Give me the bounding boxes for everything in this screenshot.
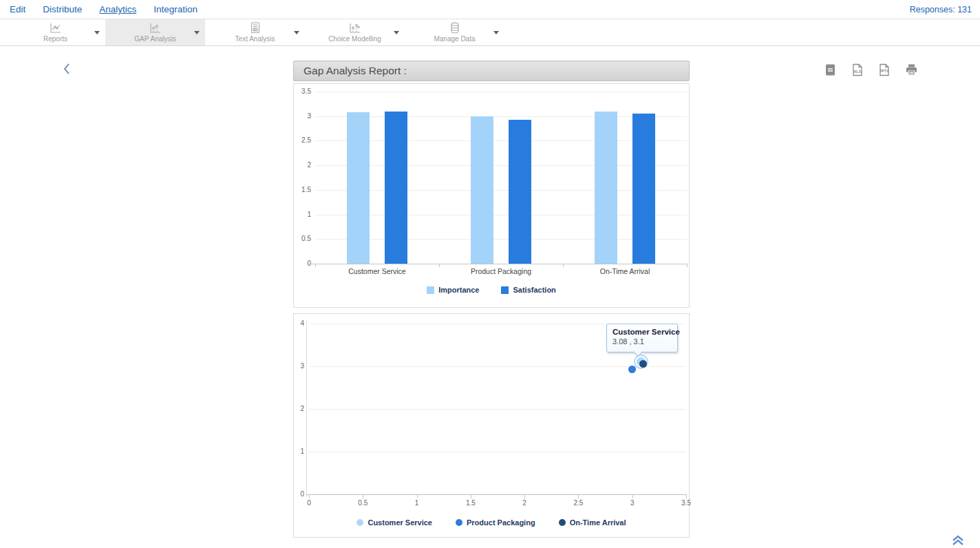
- legend-item-product-packaging[interactable]: Product Packaging: [456, 518, 535, 527]
- svg-text:XLS: XLS: [853, 70, 862, 74]
- tab-label: Reports: [43, 35, 67, 43]
- y-axis-tick-label: 2.5: [294, 136, 311, 144]
- export-doc-icon[interactable]: [824, 63, 838, 76]
- tab-label: Manage Data: [434, 35, 475, 43]
- legend-label: Customer Service: [368, 518, 432, 527]
- tooltip-value: 3.08 , 3.1: [612, 337, 672, 346]
- gap-analysis-page: Edit Distribute Analytics Integration Re…: [0, 0, 980, 548]
- legend-swatch: [356, 519, 363, 526]
- top-nav: Edit Distribute Analytics Integration Re…: [0, 0, 980, 19]
- bar-satisfaction-2[interactable]: [632, 114, 655, 264]
- legend-item-customer-service[interactable]: Customer Service: [356, 518, 432, 527]
- back-chevron-icon[interactable]: [62, 62, 74, 76]
- legend-swatch: [456, 519, 462, 526]
- nav-item-distribute[interactable]: Distribute: [43, 4, 82, 14]
- y-axis-tick-label: 3.5: [294, 87, 311, 95]
- point-tooltip: Customer Service 3.08 , 3.1: [606, 324, 678, 352]
- page-title: Gap Analysis Report :: [303, 65, 407, 77]
- y-axis-tick-label: 0: [294, 490, 304, 498]
- bar-importance-2[interactable]: [595, 112, 617, 264]
- tab-reports[interactable]: Reports: [6, 19, 105, 45]
- tab-manage-data[interactable]: Manage Data: [405, 19, 504, 45]
- y-axis-tick-label: 2: [294, 161, 311, 169]
- responses-count[interactable]: Responses: 131: [910, 5, 972, 14]
- axis-tick: [578, 494, 579, 498]
- export-toolbar: XLS PPTX: [824, 63, 918, 76]
- y-axis-tick-label: 3: [294, 362, 304, 370]
- gridline: [315, 92, 687, 92]
- svg-text:PPTX: PPTX: [880, 69, 889, 73]
- gridline: [309, 409, 686, 410]
- gridline: [315, 116, 687, 117]
- bar-satisfaction-0[interactable]: [385, 112, 407, 264]
- y-axis-tick-label: 0.5: [294, 235, 311, 242]
- gridline: [309, 452, 686, 452]
- line-chart-icon: [50, 22, 62, 34]
- bar-satisfaction-1[interactable]: [509, 120, 531, 264]
- document-chart-icon: [250, 22, 261, 34]
- y-axis-line: [306, 321, 307, 497]
- bar-chart-panel: 00.511.522.533.5Customer ServiceProduct …: [293, 83, 690, 308]
- y-axis-tick-label: 4: [294, 319, 304, 327]
- axis-tick: [309, 494, 310, 498]
- gridline: [315, 165, 687, 166]
- tab-text-analysis[interactable]: Text Analysis: [205, 19, 305, 45]
- export-pptx-icon[interactable]: PPTX: [878, 63, 891, 76]
- legend-item-importance[interactable]: Importance: [427, 286, 479, 294]
- x-axis-tick-label: 2: [514, 499, 535, 507]
- axis-tick: [686, 494, 687, 498]
- gridline: [315, 140, 687, 141]
- tab-label: Text Analysis: [235, 35, 275, 43]
- chevron-down-icon[interactable]: [493, 31, 499, 34]
- axis-tick: [632, 494, 633, 498]
- axis-tick: [315, 264, 316, 267]
- x-axis-tick-label: 1.5: [460, 499, 481, 507]
- x-axis-tick-label: 2.5: [568, 499, 588, 507]
- scroll-to-top-icon[interactable]: [951, 533, 966, 548]
- bar-chart-legend: ImportanceSatisfaction: [294, 286, 689, 294]
- analytics-toolbar: Reports GAP Analysis Text Analysis Choic…: [0, 19, 980, 46]
- category-label: On-Time Arrival: [566, 267, 683, 275]
- legend-swatch: [501, 286, 509, 294]
- x-axis-tick-label: 3.5: [676, 499, 696, 507]
- gridline: [315, 215, 687, 215]
- nav-item-edit[interactable]: Edit: [10, 4, 25, 14]
- export-xls-icon[interactable]: XLS: [851, 63, 864, 76]
- gap-chart-icon: [149, 22, 162, 34]
- scatter-point-product-packaging[interactable]: [628, 366, 636, 373]
- scatter-chart-panel: Customer Service 3.08 , 3.1 0123400.511.…: [293, 313, 690, 538]
- legend-label: On-Time Arrival: [570, 518, 626, 527]
- axis-tick: [687, 264, 688, 267]
- legend-label: Product Packaging: [467, 518, 535, 527]
- axis-tick: [363, 494, 363, 498]
- legend-item-on-time-arrival[interactable]: On-Time Arrival: [559, 518, 626, 527]
- tab-choice-modelling[interactable]: Choice Modelling: [305, 19, 405, 45]
- tab-gap-analysis[interactable]: GAP Analysis: [105, 19, 205, 45]
- scatter-chart-legend: Customer ServiceProduct PackagingOn-Time…: [294, 518, 689, 527]
- chevron-down-icon[interactable]: [294, 31, 299, 34]
- legend-item-satisfaction[interactable]: Satisfaction: [501, 286, 555, 294]
- x-axis-line: [308, 264, 687, 264]
- chevron-down-icon[interactable]: [394, 31, 399, 34]
- tab-label: Choice Modelling: [328, 35, 381, 43]
- category-label: Product Packaging: [443, 267, 560, 275]
- chevron-down-icon[interactable]: [194, 31, 200, 34]
- scatter-chart-icon: [349, 22, 361, 34]
- bar-importance-1[interactable]: [471, 116, 493, 264]
- legend-swatch: [559, 519, 566, 526]
- nav-item-analytics[interactable]: Analytics: [99, 4, 136, 14]
- bar-importance-0[interactable]: [347, 112, 370, 264]
- database-icon: [449, 22, 460, 34]
- x-axis-tick-label: 0.5: [352, 499, 373, 507]
- chevron-down-icon[interactable]: [94, 31, 100, 34]
- x-axis-tick-label: 0: [299, 499, 319, 507]
- legend-swatch: [427, 286, 434, 294]
- print-icon[interactable]: [905, 63, 918, 76]
- axis-tick: [439, 264, 440, 267]
- report-header-bar: Gap Analysis Report :: [293, 61, 690, 81]
- nav-item-integration[interactable]: Integration: [153, 4, 198, 14]
- legend-label: Importance: [438, 286, 479, 294]
- y-axis-tick-label: 3: [294, 112, 311, 120]
- tab-label: GAP Analysis: [134, 35, 175, 43]
- y-axis-tick-label: 2: [294, 405, 304, 412]
